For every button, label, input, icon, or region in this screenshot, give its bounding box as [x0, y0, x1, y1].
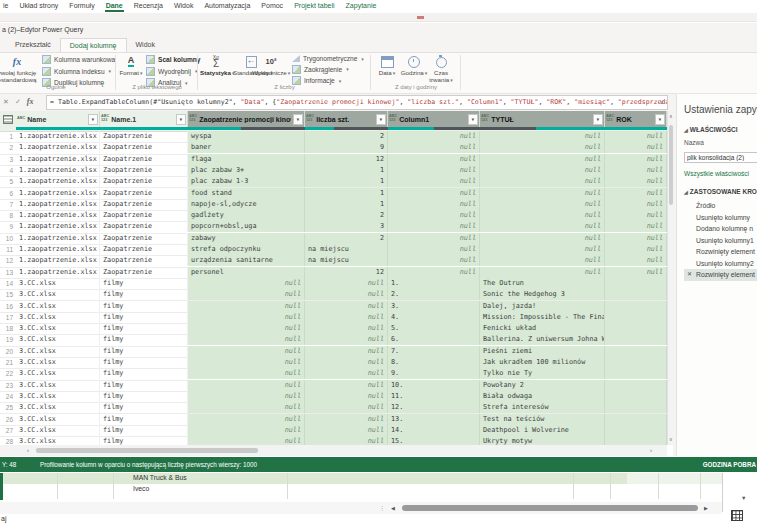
- column-filter-icon[interactable]: ▾: [655, 114, 665, 125]
- grid-cell[interactable]: 1.zaopatrzenie.xlsx: [16, 221, 100, 232]
- applied-steps-section-header[interactable]: ◢ZASTOSOWANE KROKI: [684, 188, 757, 195]
- menu-item[interactable]: ie: [2, 0, 9, 10]
- column-header[interactable]: ABC123ROK▾: [605, 111, 667, 127]
- grid-cell[interactable]: null: [480, 255, 605, 266]
- grid-cell[interactable]: Zaopatrzenie: [100, 131, 188, 142]
- column-header[interactable]: ABC123Name.1▾: [100, 111, 188, 127]
- duration-button[interactable]: Czas trwania▾: [426, 55, 456, 84]
- grid-cell[interactable]: null: [188, 346, 305, 357]
- grid-cell[interactable]: null: [305, 312, 388, 323]
- merge-columns-button[interactable]: Scal kolumny: [146, 55, 201, 64]
- grid-cell[interactable]: [605, 323, 667, 334]
- invoke-custom-function-button[interactable]: fx ywołaj funkcję estandardową: [0, 55, 40, 83]
- vertical-scrollbar-thumb[interactable]: [669, 125, 673, 205]
- grid-cell[interactable]: filmy: [100, 380, 188, 391]
- grid-cell[interactable]: 1: [305, 165, 388, 176]
- scroll-left-icon[interactable]: ‹: [27, 447, 29, 453]
- grid-cell[interactable]: 2: [305, 210, 388, 221]
- grid-cell[interactable]: 14.: [388, 425, 480, 436]
- grid-cell[interactable]: 1: [305, 188, 388, 199]
- rounding-button[interactable]: Zaokrąglenie▾: [292, 65, 364, 74]
- grid-cell[interactable]: null: [388, 267, 480, 278]
- pq-tab[interactable]: Widok: [127, 38, 164, 52]
- menu-item[interactable]: Projekt tabeli: [293, 0, 335, 10]
- grid-cell[interactable]: 3.CC.xlsx: [16, 414, 100, 425]
- format-button[interactable]: A Format▾: [118, 55, 144, 77]
- menu-item[interactable]: Recenzja: [133, 0, 164, 10]
- grid-cell[interactable]: Biała odwaga: [480, 391, 605, 402]
- grid-cell[interactable]: null: [188, 425, 305, 436]
- time-button[interactable]: Godzina▾: [400, 55, 428, 77]
- column-filter-icon[interactable]: ▾: [468, 114, 478, 125]
- grid-cell[interactable]: na miejscu: [305, 255, 388, 266]
- grid-cell[interactable]: 10.: [388, 380, 480, 391]
- grid-cell[interactable]: Deathpool i Wolverine: [480, 425, 605, 436]
- applied-step[interactable]: Usunięto kolumny: [684, 212, 757, 224]
- grid-cell[interactable]: null: [480, 154, 605, 165]
- grid-cell[interactable]: 1.zaopatrzenie.xlsx: [16, 165, 100, 176]
- grid-cell[interactable]: null: [305, 357, 388, 368]
- grid-cell[interactable]: 1.zaopatrzenie.xlsx: [16, 188, 100, 199]
- grid-cell[interactable]: 3.CC.xlsx: [16, 357, 100, 368]
- grid-cell[interactable]: 5.: [388, 323, 480, 334]
- grid-cell[interactable]: null: [388, 199, 480, 210]
- grid-cell[interactable]: null: [388, 255, 480, 266]
- column-header[interactable]: ABC123Column1▾: [388, 111, 480, 127]
- grid-cell[interactable]: Zaopatrzenie: [100, 221, 188, 232]
- grid-cell[interactable]: null: [605, 233, 667, 244]
- grid-cell[interactable]: null: [188, 278, 305, 289]
- grid-cell[interactable]: 6.: [388, 334, 480, 345]
- grid-cell[interactable]: Zaopatrzenie: [100, 176, 188, 187]
- grid-cell[interactable]: Test na teściów: [480, 414, 605, 425]
- grid-cell[interactable]: 3.CC.xlsx: [16, 368, 100, 379]
- applied-step[interactable]: ✕Rozwinięty element: [684, 269, 757, 281]
- applied-step[interactable]: Usunięto kolumny1: [684, 235, 757, 247]
- grid-cell[interactable]: null: [188, 368, 305, 379]
- grid-cell[interactable]: strefa odpoczynku: [188, 244, 305, 255]
- grid-cell[interactable]: [605, 380, 667, 391]
- grid-cell[interactable]: null: [188, 312, 305, 323]
- grid-cell[interactable]: Zaopatrzenie: [100, 142, 188, 153]
- grid-cell[interactable]: null: [605, 188, 667, 199]
- menu-item[interactable]: Automatyzacja: [203, 0, 251, 10]
- grid-cell[interactable]: filmy: [100, 368, 188, 379]
- grid-cell[interactable]: null: [188, 402, 305, 413]
- grid-cell[interactable]: Zaopatrzenie: [100, 233, 188, 244]
- grid-cell[interactable]: null: [305, 391, 388, 402]
- grid-cell[interactable]: 1.zaopatrzenie.xlsx: [16, 233, 100, 244]
- grid-cell[interactable]: null: [605, 176, 667, 187]
- grid-cell[interactable]: [605, 414, 667, 425]
- grid-cell[interactable]: Tylko nie Ty: [480, 368, 605, 379]
- grid-cell[interactable]: null: [305, 289, 388, 300]
- grid-cell[interactable]: null: [388, 131, 480, 142]
- grid-cell[interactable]: filmy: [100, 391, 188, 402]
- grid-cell[interactable]: null: [305, 425, 388, 436]
- grid-cell[interactable]: Zaopatrzenie: [100, 165, 188, 176]
- index-column-button[interactable]: Kolumna indeksu▾: [42, 67, 115, 76]
- grid-cell[interactable]: null: [480, 176, 605, 187]
- grid-cell[interactable]: null: [305, 346, 388, 357]
- applied-step[interactable]: Dodano kolumnę n: [684, 223, 757, 235]
- grid-cell[interactable]: null: [188, 289, 305, 300]
- grid-cell[interactable]: Powołany 2: [480, 380, 605, 391]
- grid-cell[interactable]: null: [605, 244, 667, 255]
- grid-cell[interactable]: null: [388, 221, 480, 232]
- grid-cell[interactable]: null: [605, 165, 667, 176]
- column-filter-icon[interactable]: ▾: [293, 114, 303, 125]
- grid-cell[interactable]: null: [480, 267, 605, 278]
- pq-tab[interactable]: Dodaj kolumnę: [60, 38, 127, 52]
- grid-cell[interactable]: 1.zaopatrzenie.xlsx: [16, 267, 100, 278]
- grid-cell[interactable]: Fenicki układ: [480, 323, 605, 334]
- vertical-scrollbar[interactable]: ∧ ∨: [667, 111, 673, 445]
- menu-item[interactable]: Zapytanie: [345, 0, 378, 10]
- grid-cell[interactable]: 3.CC.xlsx: [16, 312, 100, 323]
- grid-cell[interactable]: filmy: [100, 425, 188, 436]
- grid-cell[interactable]: 1.zaopatrzenie.xlsx: [16, 210, 100, 221]
- grid-cell[interactable]: Zaopatrzenie: [100, 188, 188, 199]
- grid-cell[interactable]: flaga: [188, 154, 305, 165]
- grid-cell[interactable]: 1: [305, 176, 388, 187]
- grid-cell[interactable]: null: [188, 301, 305, 312]
- grid-cell[interactable]: [605, 368, 667, 379]
- grid-cell[interactable]: null: [388, 188, 480, 199]
- grid-cell[interactable]: null: [480, 221, 605, 232]
